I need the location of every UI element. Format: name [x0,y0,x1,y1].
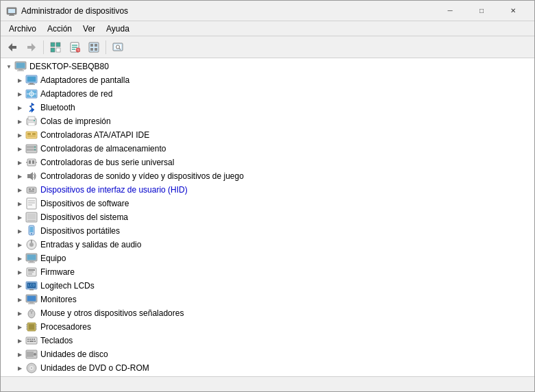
svg-rect-3 [9,15,14,16]
expand-icon-adaptadores-red[interactable]: ▶ [14,87,25,101]
expand-icon-unidades-disco[interactable]: ▶ [14,347,25,361]
back-button[interactable] [3,39,21,56]
content-area[interactable]: ▼ DESKTOP-SEBQB80 ▶Adaptadores de pantal… [1,58,534,376]
tree-item-controladoras-bus[interactable]: ▶Controladoras de bus serie universal [1,156,534,169]
svg-marker-5 [27,43,36,51]
item-icon-dispositivos-hid [25,184,38,196]
expand-icon-dispositivos-software[interactable]: ▶ [14,197,25,210]
expand-icon-colas-impresion[interactable]: ▶ [14,114,25,128]
tree-item-controladoras-almacenamiento[interactable]: ▶Controladoras de almacenamiento [1,142,534,156]
svg-rect-77 [29,261,34,262]
svg-rect-30 [27,77,36,82]
tree-item-adaptadores-pantalla[interactable]: ▶Adaptadores de pantalla [1,73,534,87]
tree-item-unidades-dvd[interactable]: ▶Unidades de DVD o CD-ROM [1,361,534,375]
item-icon-procesadores [25,321,38,333]
tree-item-equipo[interactable]: ▶Equipo [1,252,534,265]
item-label-bluetooth: Bluetooth [40,103,75,112]
item-icon-firmware [25,266,38,278]
expand-icon-logitech-lcds[interactable]: ▶ [14,279,25,293]
svg-rect-89 [29,302,34,304]
tree-item-dispositivos-sistema[interactable]: ▶Dispositivos del sistema [1,210,534,224]
item-icon-bluetooth [25,101,38,114]
tree-item-controladoras-atapi[interactable]: ▶Controladoras ATA/ATAPI IDE [1,128,534,142]
tree-root[interactable]: ▼ DESKTOP-SEBQB80 [1,60,534,73]
svg-point-42 [34,120,35,121]
tree-item-colas-impresion[interactable]: ▶Colas de impresión [1,114,534,128]
tree-item-logitech-lcds[interactable]: ▶LCDLogitech LCDs [1,279,534,293]
svg-text:LCD: LCD [28,283,35,287]
tree-item-procesadores[interactable]: ▶Procesadores [1,320,534,334]
item-label-unidades-disco: Unidades de disco [40,350,108,359]
forward-button[interactable] [23,39,40,56]
svg-rect-53 [29,160,31,164]
svg-rect-26 [16,63,25,69]
tree-item-dispositivos-software[interactable]: ▶Dispositivos de software [1,197,534,210]
svg-rect-58 [27,187,36,193]
menu-ver[interactable]: Ver [77,23,101,35]
expand-icon-controladoras-sonido[interactable]: ▶ [14,169,25,183]
expand-icon-dispositivos-hid[interactable]: ▶ [14,183,25,197]
svg-rect-54 [32,160,34,164]
close-button[interactable]: ✕ [497,1,529,21]
minimize-button[interactable]: ─ [434,1,466,21]
svg-rect-62 [27,198,36,209]
expand-icon-procesadores[interactable]: ▶ [14,320,25,334]
svg-rect-61 [29,191,34,192]
svg-marker-57 [27,172,33,180]
tree-item-dispositivos-portatiles[interactable]: ▶Dispositivos portátiles [1,224,534,238]
menu-ayuda[interactable]: Ayuda [101,23,135,35]
update-button[interactable] [85,39,103,56]
app-icon [6,5,17,16]
tree-item-unidades-disco[interactable]: ▶Unidades de disco [1,347,534,361]
svg-point-71 [31,233,32,234]
item-label-dispositivos-portatiles: Dispositivos portátiles [40,226,120,236]
svg-point-50 [34,147,36,148]
title-bar: Administrador de dispositivos ─ □ ✕ [1,1,534,21]
item-label-adaptadores-red: Adaptadores de red [40,89,112,99]
expand-icon-controladoras-atapi[interactable]: ▶ [14,128,25,142]
item-icon-teclados [25,334,38,347]
expand-icon-controladoras-bus[interactable]: ▶ [14,156,25,169]
tree-item-controladoras-sonido[interactable]: ▶Controladoras de sonido y vídeo y dispo… [1,169,534,183]
menu-accion[interactable]: Acción [42,23,77,35]
tree-item-entradas-salidas[interactable]: ▶Entradas y salidas de audio [1,238,534,252]
item-icon-adaptadores-red [25,88,38,100]
expand-icon-teclados[interactable]: ▶ [14,334,25,347]
tree-item-monitores[interactable]: ▶Monitores [1,293,534,306]
scan-button[interactable] [109,39,127,56]
expand-icon-bluetooth[interactable]: ▶ [14,101,25,114]
tree-item-dispositivos-hid[interactable]: ▶Dispositivos de interfaz de usuario (HI… [1,183,534,197]
show-hide-button[interactable] [47,39,64,56]
item-icon-adaptadores-pantalla [25,74,38,86]
expand-icon-dispositivos-sistema[interactable]: ▶ [14,210,25,224]
tree-item-mouse[interactable]: ▶Mouse y otros dispositivos señaladores [1,306,534,320]
expand-icon-controladoras-almacenamiento[interactable]: ▶ [14,142,25,156]
expand-icon-firmware[interactable]: ▶ [14,265,25,279]
svg-rect-1 [8,9,15,13]
tree-item-teclados[interactable]: ▶Teclados [1,334,534,347]
item-label-procesadores: Procesadores [40,322,91,332]
item-icon-controladoras-atapi [25,129,38,141]
expand-icon-mouse[interactable]: ▶ [14,306,25,320]
tree-item-adaptadores-red[interactable]: ▶Adaptadores de red [1,87,534,101]
item-label-entradas-salidas: Entradas y salidas de audio [40,240,141,249]
item-label-adaptadores-pantalla: Adaptadores de pantalla [40,75,129,85]
menu-archivo[interactable]: Archivo [3,23,42,35]
tree-item-bluetooth[interactable]: ▶Bluetooth [1,101,534,114]
expand-icon-entradas-salidas[interactable]: ▶ [14,238,25,252]
item-icon-controladoras-almacenamiento [25,143,38,155]
expand-icon-unidades-dvd[interactable]: ▶ [14,361,25,375]
maximize-button[interactable]: □ [466,1,497,21]
svg-rect-46 [27,136,36,136]
properties-button[interactable]: i [66,39,84,56]
svg-rect-31 [29,83,34,84]
expand-icon-adaptadores-pantalla[interactable]: ▶ [14,73,25,87]
item-icon-colas-impresion [25,115,38,127]
expand-icon-monitores[interactable]: ▶ [14,293,25,306]
expand-icon-equipo[interactable]: ▶ [14,252,25,265]
root-expand-icon[interactable]: ▼ [3,60,14,73]
item-label-unidades-dvd: Unidades de DVD o CD-ROM [40,363,149,373]
svg-rect-28 [17,71,24,71]
expand-icon-dispositivos-portatiles[interactable]: ▶ [14,224,25,238]
tree-item-firmware[interactable]: ▶Firmware [1,265,534,279]
